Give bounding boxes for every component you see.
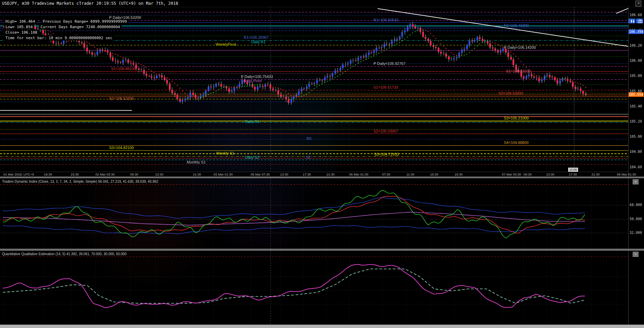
tdi-indicator-canvas[interactable] — [0, 178, 628, 249]
time-axis[interactable] — [0, 172, 628, 177]
price-axis[interactable] — [628, 7, 644, 325]
tdi-header: Traders Dynamic Index (Close, 13, 2, 7, … — [2, 180, 158, 183]
qqe-close-button[interactable]: × — [633, 252, 639, 257]
candlestick-icon — [631, 20, 635, 23]
popout-icon: ↗ — [637, 1, 640, 5]
pane-separator[interactable] — [0, 249, 644, 251]
close-icon: × — [635, 252, 637, 256]
tdi-close-button[interactable]: × — [633, 179, 639, 184]
ohlc-info-row: Time for next bar: 10 min 9.000000000000… — [4, 34, 117, 41]
chart-style-button[interactable] — [629, 19, 635, 23]
window-title: USDJPY, m30 Tradeview Markets cTrader 20… — [2, 1, 178, 6]
snapshot-button[interactable] — [636, 19, 643, 23]
camera-icon — [638, 20, 642, 23]
cursor-time-tooltip: 10:08 — [568, 168, 578, 172]
title-bar[interactable]: USDJPY, m30 Tradeview Markets cTrader 20… — [0, 0, 644, 7]
bid-price-label: 106.398 — [629, 30, 644, 34]
popout-button[interactable]: ↗ — [635, 1, 641, 7]
next-bar-countdown: Time for next bar: 10 min 9.000000000000… — [4, 35, 114, 41]
window-bottom-edge — [0, 325, 644, 328]
qqe-header: Quantitative Qualitative Estimation (14,… — [2, 252, 126, 256]
qqe-indicator-canvas[interactable] — [0, 251, 628, 325]
ctrader-window: USDJPY, m30 Tradeview Markets cTrader 20… — [0, 0, 644, 328]
current-range-value: Current Days Range= 7240.0000000004 — [39, 24, 122, 30]
price-chart-canvas[interactable] — [0, 7, 628, 172]
close-icon: × — [635, 180, 637, 184]
last-price-label: 105.554 — [629, 92, 644, 97]
pane-separator[interactable] — [0, 177, 644, 178]
